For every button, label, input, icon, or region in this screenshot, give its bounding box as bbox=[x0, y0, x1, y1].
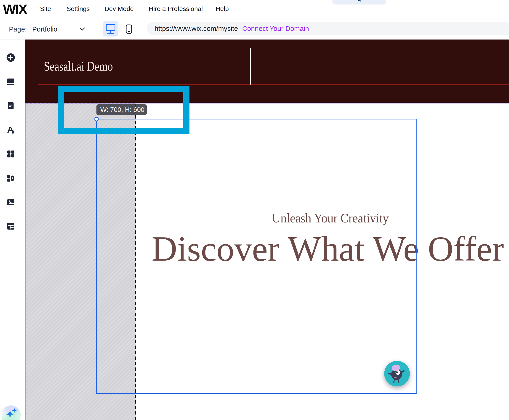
close-icon[interactable]: ✕ bbox=[357, 0, 362, 3]
page-label: Page: bbox=[9, 19, 27, 39]
monster-mascot-icon bbox=[384, 361, 410, 386]
ai-sparkles-icon bbox=[1, 405, 21, 420]
menu-hire-a-professional[interactable]: Hire a Professional bbox=[149, 0, 203, 18]
header-red-line bbox=[39, 84, 509, 85]
pages-icon[interactable] bbox=[6, 101, 15, 110]
ai-assistant-button[interactable] bbox=[1, 405, 21, 420]
selected-element-outline[interactable] bbox=[96, 119, 417, 394]
header-divider-line bbox=[250, 48, 251, 85]
chevron-down-icon[interactable] bbox=[79, 27, 85, 30]
toolbar-divider bbox=[99, 19, 99, 39]
site-title[interactable]: Seasalt.ai Demo bbox=[44, 59, 113, 74]
mobile-icon bbox=[123, 21, 134, 37]
site-url[interactable]: https://www.wix.com/mysite bbox=[154, 22, 238, 35]
page-selector[interactable]: Portfolio bbox=[32, 19, 57, 39]
cms-icon[interactable] bbox=[6, 222, 15, 231]
wix-editor: WIX Site Settings Dev Mode Hire a Profes… bbox=[0, 0, 509, 420]
top-menu-bar: WIX Site Settings Dev Mode Hire a Profes… bbox=[0, 0, 509, 18]
editor-left-sidebar bbox=[0, 39, 25, 420]
desktop-icon bbox=[103, 21, 118, 37]
desktop-view-button[interactable] bbox=[103, 21, 118, 37]
menu-help[interactable]: Help bbox=[216, 0, 229, 18]
toolbar-divider bbox=[141, 19, 141, 39]
menu-site[interactable]: Site bbox=[40, 0, 51, 18]
editor-toolbar: Page: Portfolio https://www.wix.com/mysi… bbox=[0, 19, 509, 39]
app-market-icon[interactable] bbox=[6, 149, 15, 158]
site-canvas: Seasalt.ai Demo Unleash Your Creativity … bbox=[25, 39, 509, 420]
notification-toast: ✕ bbox=[332, 0, 386, 4]
connect-your-domain-link[interactable]: Connect Your Domain bbox=[242, 22, 309, 35]
add-elements-icon[interactable] bbox=[6, 53, 15, 62]
section-left-edge-line bbox=[25, 103, 26, 420]
media-icon[interactable] bbox=[6, 198, 15, 207]
menu-settings[interactable]: Settings bbox=[67, 0, 90, 18]
annotation-highlight-rect bbox=[58, 86, 189, 134]
plugins-icon[interactable] bbox=[6, 173, 15, 183]
chat-widget-button[interactable] bbox=[384, 361, 410, 386]
mobile-view-button[interactable] bbox=[123, 21, 134, 37]
site-design-icon[interactable] bbox=[6, 125, 15, 135]
add-section-icon[interactable] bbox=[6, 77, 15, 86]
wix-logo[interactable]: WIX bbox=[3, 1, 27, 17]
menu-dev-mode[interactable]: Dev Mode bbox=[104, 0, 134, 18]
